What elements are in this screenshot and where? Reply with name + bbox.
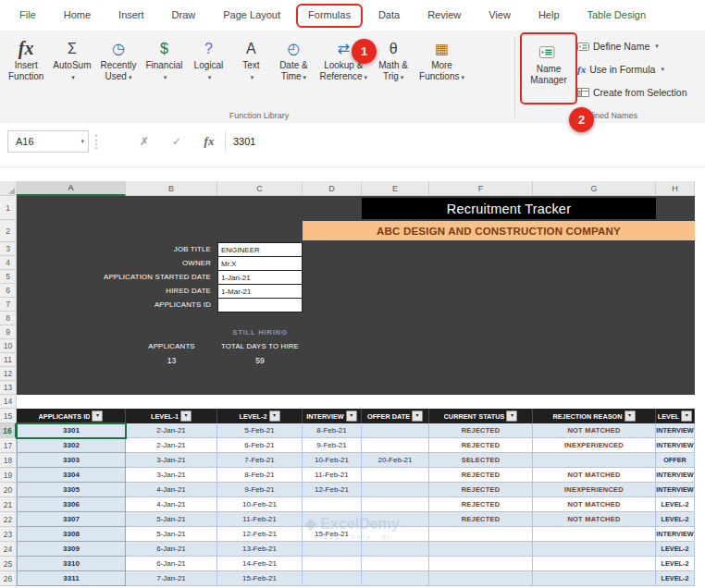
insert-function-icon[interactable]: fx <box>198 130 220 153</box>
row-header-9[interactable]: 9 <box>0 325 17 339</box>
cell-F19[interactable]: REJECTED <box>429 468 533 483</box>
cell-F18[interactable]: SELECTED <box>429 453 533 468</box>
cell-A16[interactable]: 3301 <box>17 423 126 438</box>
column-header-g[interactable]: G <box>533 181 656 196</box>
cell-H18[interactable]: OFFER <box>656 453 695 468</box>
column-header-e[interactable]: E <box>362 181 429 196</box>
table-header-rejection-reason[interactable]: REJECTION REASON▾ <box>533 409 656 423</box>
cell-B20[interactable]: 4-Jan-21 <box>126 483 217 497</box>
field-value-owner[interactable]: Mr.X <box>217 256 303 271</box>
cell-F26[interactable] <box>429 571 533 586</box>
row-header-15[interactable]: 15 <box>0 409 17 423</box>
cell-H26[interactable]: LEVEL-2 <box>656 571 695 586</box>
cell-D16[interactable]: 8-Feb-21 <box>303 423 362 438</box>
column-header-f[interactable]: F <box>429 181 533 196</box>
cell-G18[interactable] <box>533 453 656 468</box>
column-header-b[interactable]: B <box>126 181 217 196</box>
row-header-4[interactable]: 4 <box>0 256 17 270</box>
row-header-14[interactable]: 14 <box>0 395 17 409</box>
cell-A23[interactable]: 3308 <box>17 527 126 542</box>
row-header-19[interactable]: 19 <box>0 468 17 483</box>
row-header-6[interactable]: 6 <box>0 284 17 298</box>
ribbon-tab-page-layout[interactable]: Page Layout <box>209 0 294 31</box>
name-box-dropdown-icon[interactable]: ▾ <box>80 138 84 145</box>
filter-dropdown-icon[interactable]: ▾ <box>346 410 357 422</box>
cell-D26[interactable] <box>303 571 362 586</box>
cell-B23[interactable]: 5-Jan-21 <box>126 527 217 542</box>
table-header-interview[interactable]: INTERVIEW▾ <box>303 409 362 423</box>
cell-E19[interactable] <box>362 468 429 483</box>
cell-F20[interactable]: REJECTED <box>429 483 533 497</box>
table-header-current-status[interactable]: CURRENT STATUS▾ <box>429 409 533 423</box>
insert-function-button[interactable]: fxInsertFunction <box>5 35 47 83</box>
row-header-13[interactable]: 13 <box>0 381 17 395</box>
math-trig-button[interactable]: θMath &Trig▾ <box>373 35 414 84</box>
cell-E24[interactable] <box>362 542 429 557</box>
cell-B25[interactable]: 6-Jan-21 <box>126 557 217 571</box>
row-header-5[interactable]: 5 <box>0 270 17 284</box>
cell-C22[interactable]: 11-Feb-21 <box>217 512 303 527</box>
define-name-button[interactable]: Define Name▾ <box>577 37 659 55</box>
table-header-offer-date[interactable]: OFFER DATE▾ <box>362 409 429 423</box>
cancel-icon[interactable]: ✗ <box>133 130 155 153</box>
cell-D25[interactable] <box>303 557 362 571</box>
cell-G19[interactable]: NOT MATCHED <box>533 468 656 483</box>
ribbon-tab-draw[interactable]: Draw <box>158 0 210 31</box>
ribbon-tab-data[interactable]: Data <box>365 0 414 31</box>
cell-C23[interactable]: 12-Feb-21 <box>217 527 303 542</box>
cell-A20[interactable]: 3305 <box>17 483 126 497</box>
cell-B18[interactable]: 3-Jan-21 <box>126 453 217 468</box>
table-header-applicants-id[interactable]: APPLICANTS ID▾ <box>17 409 126 423</box>
column-header-a[interactable]: A <box>17 181 126 196</box>
cell-D19[interactable]: 11-Feb-21 <box>303 468 362 483</box>
row-header-12[interactable]: 12 <box>0 367 17 381</box>
cell-D22[interactable] <box>303 512 362 527</box>
cell-E17[interactable] <box>362 438 429 453</box>
ribbon-tab-home[interactable]: Home <box>50 0 105 31</box>
cell-B16[interactable]: 2-Jan-21 <box>126 423 217 438</box>
cell-G20[interactable]: INEXPERIENCED <box>533 483 656 497</box>
row-header-23[interactable]: 23 <box>0 527 17 542</box>
field-value-job-title[interactable]: ENGINEER <box>217 242 303 257</box>
create-from-selection-button[interactable]: Create from Selection <box>577 83 687 102</box>
cell-E25[interactable] <box>362 557 429 571</box>
cell-G26[interactable] <box>533 571 656 586</box>
cell-A25[interactable]: 3310 <box>17 557 126 571</box>
row-header-24[interactable]: 24 <box>0 542 17 557</box>
cell-E23[interactable] <box>362 527 429 542</box>
cell-D18[interactable]: 10-Feb-21 <box>303 453 362 468</box>
row-header-2[interactable]: 2 <box>0 220 17 242</box>
cell-B24[interactable]: 6-Jan-21 <box>126 542 217 557</box>
cell-G16[interactable]: NOT MATCHED <box>533 423 656 438</box>
row-header-11[interactable]: 11 <box>0 353 17 367</box>
cell-H20[interactable]: INTERVIEW <box>656 483 695 497</box>
field-value-hired-date[interactable]: 1-Mar-21 <box>217 284 303 299</box>
formula-bar-value[interactable]: 3301 <box>233 130 255 153</box>
cell-B19[interactable]: 3-Jan-21 <box>126 468 217 483</box>
cell-B26[interactable]: 7-Jan-21 <box>126 571 217 586</box>
field-value-applicants-id[interactable] <box>217 298 303 312</box>
cell-C16[interactable]: 5-Feb-21 <box>217 423 303 438</box>
name-box[interactable]: A16 ▾ <box>7 130 89 153</box>
column-header-h[interactable]: H <box>656 181 695 196</box>
table-header-level-2[interactable]: LEVEL-2▾ <box>217 409 303 423</box>
filter-dropdown-icon[interactable]: ▾ <box>625 410 636 422</box>
text-button[interactable]: AText▾ <box>230 35 271 84</box>
ribbon-tab-table-design[interactable]: Table Design <box>574 0 661 31</box>
cell-C21[interactable]: 10-Feb-21 <box>217 497 303 512</box>
row-header-18[interactable]: 18 <box>0 453 17 468</box>
cell-G23[interactable] <box>533 527 656 542</box>
row-header-8[interactable]: 8 <box>0 312 17 325</box>
cell-F16[interactable]: REJECTED <box>429 423 533 438</box>
ribbon-tab-help[interactable]: Help <box>525 0 574 31</box>
ribbon-tab-formulas[interactable]: Formulas <box>294 0 365 31</box>
cell-E20[interactable] <box>362 483 429 497</box>
cell-G17[interactable]: INEXPERIENCED <box>533 438 656 453</box>
cell-H21[interactable]: LEVEL-2 <box>656 497 695 512</box>
table-header-level[interactable]: LEVEL▾ <box>656 409 695 423</box>
row-header-20[interactable]: 20 <box>0 483 17 497</box>
column-header-d[interactable]: D <box>303 181 362 196</box>
cell-C19[interactable]: 8-Feb-21 <box>217 468 303 483</box>
filter-dropdown-icon[interactable]: ▾ <box>506 410 517 422</box>
cell-A19[interactable]: 3304 <box>17 468 126 483</box>
